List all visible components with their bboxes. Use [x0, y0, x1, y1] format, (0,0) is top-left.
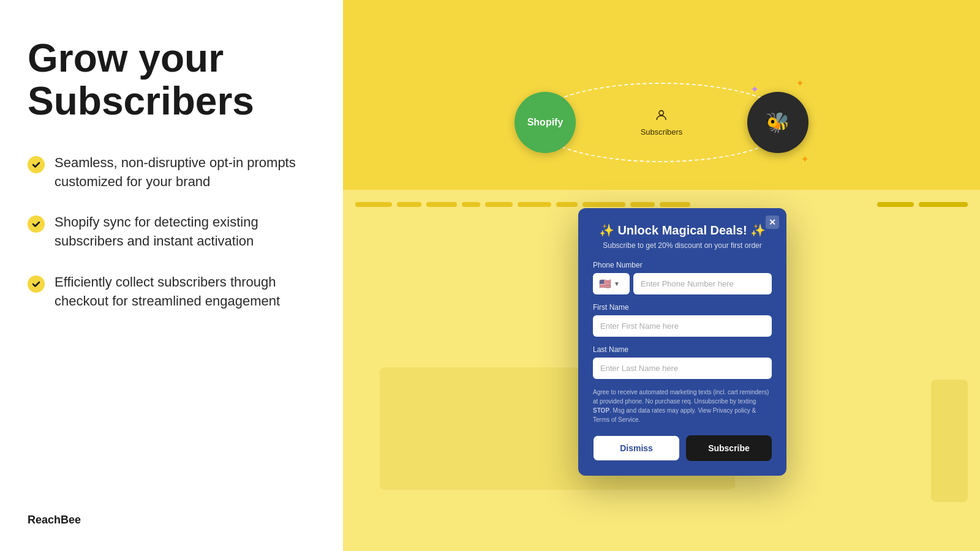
consent-text-part2: . Msg and data rates may apply. View Pri… [593, 407, 756, 423]
dash-segment [518, 202, 551, 207]
dash-segment [485, 202, 513, 207]
dash-segment [355, 202, 392, 207]
person-icon [641, 108, 683, 125]
list-item: Efficiently collect subscribers through … [28, 273, 315, 311]
dash-segment [660, 202, 690, 207]
bottom-deco-right [931, 380, 968, 502]
close-button[interactable]: ✕ [766, 216, 779, 229]
phone-input-row: 🇺🇸 ▼ [593, 273, 772, 294]
bee-circle: 🐝 [747, 92, 809, 153]
subscribers-center: Subscribers [641, 108, 683, 137]
shopify-circle: Shopify [514, 92, 576, 153]
dismiss-button[interactable]: Dismiss [593, 435, 680, 461]
diagram-area: Shopify Subscribers 🐝 ✦ ✦ ✦ [343, 55, 980, 190]
sparkle-top-right-icon: ✦ [796, 78, 804, 88]
sparkle-top-left-icon: ✦ [751, 84, 758, 94]
list-item: Shopify sync for detecting existing subs… [28, 213, 315, 251]
consent-text-part1: Agree to receive automated marketing tex… [593, 389, 769, 405]
subscription-modal: ✕ ✨ Unlock Magical Deals! ✨ Subscribe to… [578, 208, 786, 476]
dash-segment-right [919, 202, 968, 207]
chevron-down-icon: ▼ [614, 280, 620, 287]
dash-segment [462, 202, 480, 207]
check-icon-2 [28, 216, 45, 233]
dash-segment [582, 202, 625, 207]
dash-segment [630, 202, 655, 207]
title-line1: Grow your [28, 36, 224, 80]
last-name-field-group: Last Name [593, 345, 772, 379]
close-icon: ✕ [769, 217, 776, 227]
country-flag-select[interactable]: 🇺🇸 ▼ [593, 273, 630, 294]
consent-stop: STOP [593, 407, 609, 414]
first-name-label: First Name [593, 303, 772, 312]
dash-segment [397, 202, 421, 207]
sparkle-bottom-right-icon: ✦ [801, 154, 809, 164]
modal-title: ✨ Unlock Magical Deals! ✨ [593, 223, 772, 238]
last-name-input[interactable] [593, 358, 772, 379]
title-line2: Subscribers [28, 79, 254, 123]
left-panel: Grow your Subscribers Seamless, non-disr… [0, 0, 343, 551]
dash-segment-right [877, 202, 914, 207]
subscribers-label: Subscribers [641, 127, 683, 137]
consent-text: Agree to receive automated marketing tex… [593, 388, 772, 424]
modal-buttons: Dismiss Subscribe [593, 435, 772, 461]
list-item: Seamless, non-disruptive opt-in prompts … [28, 154, 315, 192]
subscribe-button[interactable]: Subscribe [686, 435, 772, 461]
modal-subtitle: Subscribe to get 20% discount on your fi… [593, 241, 772, 250]
dash-segment [426, 202, 457, 207]
svg-point-0 [659, 111, 663, 115]
bee-emoji: 🐝 [766, 111, 790, 134]
first-name-field-group: First Name [593, 303, 772, 337]
phone-label: Phone Number [593, 261, 772, 269]
first-name-input[interactable] [593, 315, 772, 337]
left-content: Grow your Subscribers Seamless, non-disr… [28, 37, 315, 489]
shopify-label: Shopify [527, 117, 564, 128]
dash-segment [556, 202, 578, 207]
dashed-line-decoration [343, 202, 980, 207]
feature-text-1: Seamless, non-disruptive opt-in prompts … [55, 154, 315, 192]
phone-input[interactable] [633, 273, 772, 294]
right-panel: Shopify Subscribers 🐝 ✦ ✦ ✦ [343, 0, 980, 551]
brand-name: ReachBee [28, 514, 315, 527]
feature-text-3: Efficiently collect subscribers through … [55, 273, 315, 311]
check-icon-1 [28, 156, 45, 173]
main-title: Grow your Subscribers [28, 37, 315, 123]
flag-emoji: 🇺🇸 [599, 278, 611, 290]
feature-text-2: Shopify sync for detecting existing subs… [55, 213, 315, 251]
check-icon-3 [28, 276, 45, 293]
last-name-label: Last Name [593, 345, 772, 354]
features-list: Seamless, non-disruptive opt-in prompts … [28, 154, 315, 311]
phone-field-group: Phone Number 🇺🇸 ▼ [593, 261, 772, 294]
diagram-container: Shopify Subscribers 🐝 ✦ ✦ ✦ [508, 67, 815, 178]
